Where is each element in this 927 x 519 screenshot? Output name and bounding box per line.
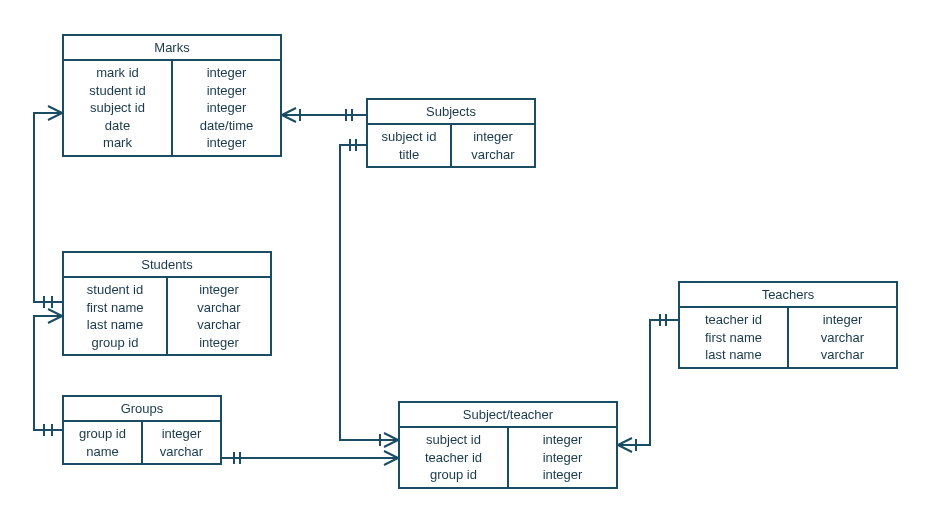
svg-line-25 [618, 445, 632, 452]
entity-marks: Marks mark idstudent idsubject iddatemar… [62, 34, 282, 157]
entity-subject-teacher-body: subject idteacher idgroup id integerinte… [400, 428, 616, 487]
entity-students-fields: student idfirst namelast namegroup id [64, 278, 168, 354]
entity-subject-teacher: Subject/teacher subject idteacher idgrou… [398, 401, 618, 489]
svg-line-4 [48, 309, 62, 316]
entity-groups-types: integervarchar [143, 422, 220, 463]
svg-line-17 [384, 440, 398, 447]
svg-line-22 [384, 451, 398, 458]
entity-students-body: student idfirst namelast namegroup id in… [64, 278, 270, 354]
entity-marks-types: integerintegerintegerdate/timeinteger [173, 61, 280, 155]
entity-subject-teacher-fields: subject idteacher idgroup id [400, 428, 509, 487]
svg-line-9 [282, 108, 296, 115]
svg-line-23 [384, 458, 398, 465]
entity-teachers-body: teacher idfirst namelast name integervar… [680, 308, 896, 367]
entity-teachers-fields: teacher idfirst namelast name [680, 308, 789, 367]
entity-teachers-types: integervarcharvarchar [789, 308, 896, 367]
svg-line-24 [618, 438, 632, 445]
entity-subject-teacher-types: integerintegerinteger [509, 428, 616, 487]
entity-subjects-title: Subjects [368, 100, 534, 125]
entity-subject-teacher-title: Subject/teacher [400, 403, 616, 428]
entity-teachers-title: Teachers [680, 283, 896, 308]
entity-groups: Groups group idname integervarchar [62, 395, 222, 465]
entity-groups-body: group idname integervarchar [64, 422, 220, 463]
entity-subjects-body: subject idtitle integervarchar [368, 125, 534, 166]
entity-students-types: integervarcharvarcharinteger [168, 278, 270, 354]
entity-groups-title: Groups [64, 397, 220, 422]
svg-line-1 [48, 113, 62, 120]
entity-subjects: Subjects subject idtitle integervarchar [366, 98, 536, 168]
entity-subjects-types: integervarchar [452, 125, 534, 166]
entity-marks-body: mark idstudent idsubject iddatemark inte… [64, 61, 280, 155]
entity-students: Students student idfirst namelast namegr… [62, 251, 272, 356]
svg-line-0 [48, 106, 62, 113]
entity-groups-fields: group idname [64, 422, 143, 463]
entity-students-title: Students [64, 253, 270, 278]
entity-teachers: Teachers teacher idfirst namelast name i… [678, 281, 898, 369]
entity-marks-title: Marks [64, 36, 280, 61]
svg-line-16 [384, 433, 398, 440]
entity-marks-fields: mark idstudent idsubject iddatemark [64, 61, 173, 155]
entity-subjects-fields: subject idtitle [368, 125, 452, 166]
svg-line-10 [282, 115, 296, 122]
svg-line-5 [48, 316, 62, 323]
